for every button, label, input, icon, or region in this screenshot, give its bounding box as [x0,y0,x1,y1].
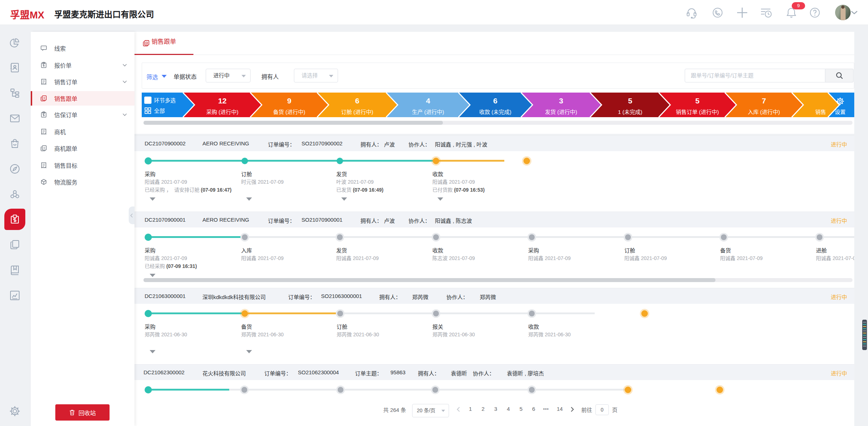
svg-text:采购 (进行中): 采购 (进行中) [206,109,238,115]
svg-text:备货 (进行中): 备货 (进行中) [273,109,305,115]
svg-text:3: 3 [559,97,563,105]
svg-text:12: 12 [218,97,226,105]
svg-text:设置: 设置 [835,109,846,115]
svg-text:销售订单 (进行中): 销售订单 (进行中) [676,109,719,115]
svg-text:5: 5 [695,97,700,105]
svg-text:9: 9 [287,97,291,105]
svg-text:环节多选: 环节多选 [154,97,176,103]
svg-text:1 (未完成): 1 (未完成) [618,109,642,115]
svg-text:收款 (未完成): 收款 (未完成) [479,109,511,115]
svg-text:6: 6 [355,97,359,105]
svg-text:发货 (进行中): 发货 (进行中) [545,109,577,115]
svg-text:7: 7 [762,97,766,105]
svg-text:6: 6 [493,97,497,105]
svg-text:入库 (进行中): 入库 (进行中) [748,109,780,115]
svg-text:生产 (进行中): 生产 (进行中) [412,109,444,115]
svg-text:销售: 销售 [815,109,826,115]
svg-text:4: 4 [426,97,430,105]
svg-text:订舱 (进行中): 订舱 (进行中) [341,109,373,115]
svg-text:5: 5 [628,97,632,105]
svg-text:全部: 全部 [154,108,165,114]
